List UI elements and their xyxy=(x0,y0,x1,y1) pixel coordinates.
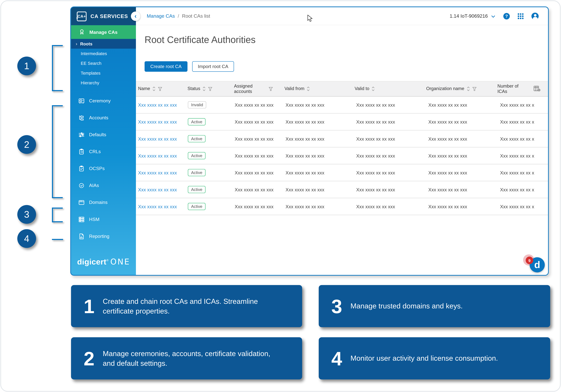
sidebar-item-label: Domains xyxy=(89,200,108,205)
organization-name-cell: Xxx xxxx xx xx xxx xyxy=(426,119,498,124)
annotation-bracket-3 xyxy=(52,208,63,222)
callout-number: 3 xyxy=(328,296,345,316)
app-name: CA SERVICES xyxy=(90,13,128,19)
sort-icon[interactable] xyxy=(307,86,310,91)
ca-name-link[interactable]: Xxx xxxx xx xx xxx xyxy=(138,187,177,192)
sort-icon[interactable] xyxy=(371,86,375,91)
app-window: CA+ CA SERVICES Manage CAs › Roots Inter… xyxy=(70,6,549,276)
filter-funnel-icon[interactable] xyxy=(208,87,213,91)
browser-window-icon xyxy=(78,199,85,205)
assigned-accounts-cell: Xxx xxxx xx xx xxx xyxy=(233,136,283,141)
help-icon[interactable]: ? xyxy=(503,13,510,19)
table-row[interactable]: Xxx xxxx xx xx xxx Active Xxx xxxx xx xx… xyxy=(136,181,548,198)
topbar-right-cluster: 1.14 IoT-9069216 ? xyxy=(450,12,548,20)
ca-name-link[interactable]: Xxx xxxx xx xx xxx xyxy=(138,153,177,158)
ca-name-link[interactable]: Xxx xxxx xx xx xxx xyxy=(138,102,177,107)
valid-from-cell: Xxx xxxx xx xx xxx xyxy=(283,136,354,141)
valid-to-cell: Xxx xxxx xx xx xxx xyxy=(354,119,426,124)
marker-number: 3 xyxy=(24,209,29,220)
table-row[interactable]: Xxx xxxx xx xx xxx Active Xxx xxxx xx xx… xyxy=(136,148,548,164)
column-header-valid-to: Valid to xyxy=(353,86,424,91)
callout-number: 2 xyxy=(80,349,98,368)
sort-icon[interactable] xyxy=(466,86,470,91)
ca-name-link[interactable]: Xxx xxxx xx xx xxx xyxy=(138,119,177,124)
valid-from-cell: Xxx xxxx xx xx xxx xyxy=(283,153,354,158)
callout-card-4: 4 Monitor user activity and license cons… xyxy=(319,337,550,380)
table-header-row: Name Status Assigned accounts Val xyxy=(136,81,548,97)
annotation-marker-1: 1 xyxy=(17,57,36,75)
account-user-icon[interactable] xyxy=(531,12,539,20)
marker-number: 1 xyxy=(24,60,29,72)
sort-icon[interactable] xyxy=(202,86,206,91)
callout-text: Monitor user activity and license consum… xyxy=(350,354,498,363)
callout-card-3: 3 Manage trusted domains and keys. xyxy=(319,285,550,327)
sidebar-item-ceremony[interactable]: Ceremony xyxy=(71,92,136,109)
table-row[interactable]: Xxx xxxx xx xx xxx Active Xxx xxxx xx xx… xyxy=(136,198,548,215)
table-row[interactable]: Xxx xxxx xx xx xxx Active Xxx xxxx xx xx… xyxy=(136,164,548,181)
ca-name-link[interactable]: Xxx xxxx xx xx xxx xyxy=(138,136,177,141)
callout-number: 4 xyxy=(328,349,345,368)
column-label: Valid from xyxy=(284,86,304,91)
sidebar-item-defaults[interactable]: Defaults xyxy=(71,126,136,143)
filter-funnel-icon[interactable] xyxy=(158,87,162,91)
annotation-marker-2: 2 xyxy=(17,135,36,154)
sidebar: CA+ CA SERVICES Manage CAs › Roots Inter… xyxy=(71,7,136,275)
sidebar-collapse-button[interactable]: ‹ xyxy=(131,11,140,21)
sidebar-item-manage-cas[interactable]: Manage CAs xyxy=(71,25,136,39)
valid-from-cell: Xxx xxxx xx xx xxx xyxy=(283,187,354,192)
sidebar-item-label: Defaults xyxy=(89,132,106,137)
table-row[interactable]: Xxx xxxx xx xx xxx Active Xxx xxxx xx xx… xyxy=(136,130,548,148)
valid-from-cell: Xxx xxxx xx xx xxx xyxy=(283,170,354,175)
digicert-one-logo: digicert ® ONE xyxy=(77,257,130,267)
assigned-accounts-cell: Xxx xxxx xx xx xxx xyxy=(233,170,283,175)
valid-to-cell: Xxx xxxx xx xx xxx xyxy=(354,136,426,141)
status-badge: Active xyxy=(188,203,206,210)
sidebar-item-hsm[interactable]: HSM xyxy=(71,211,136,228)
column-label: Valid to xyxy=(355,86,369,91)
breadcrumb-link-manage-cas[interactable]: Manage CAs xyxy=(147,13,175,19)
sidebar-item-intermediates[interactable]: Intermediates xyxy=(71,49,136,58)
ca-name-link[interactable]: Xxx xxxx xx xx xxx xyxy=(138,204,177,209)
sidebar-item-ocsps[interactable]: OCSPs xyxy=(71,160,136,177)
sidebar-item-domains[interactable]: Domains xyxy=(71,194,136,211)
sidebar-item-label: Intermediates xyxy=(81,51,107,56)
sidebar-item-roots[interactable]: › Roots xyxy=(71,39,136,49)
product-version-text: 1.14 IoT-9069216 xyxy=(450,13,488,19)
ca-name-link[interactable]: Xxx xxxx xx xx xxx xyxy=(138,170,177,175)
safe-icon xyxy=(78,97,85,104)
page-title: Root Certificate Authorities xyxy=(144,34,256,45)
sidebar-item-label: CRLs xyxy=(89,149,101,154)
column-header-assigned-accounts: Assigned accounts xyxy=(232,84,282,94)
sidebar-item-label: Templates xyxy=(81,70,100,75)
create-root-ca-button[interactable]: Create root CA xyxy=(144,61,187,72)
sidebar-item-accounts[interactable]: Accounts xyxy=(71,109,136,126)
status-badge: Active xyxy=(188,118,206,125)
import-root-ca-button[interactable]: Import root CA xyxy=(192,61,234,72)
sidebar-item-templates[interactable]: Templates xyxy=(71,68,136,78)
filter-funnel-icon[interactable] xyxy=(269,87,273,91)
apps-grid-icon[interactable] xyxy=(518,13,523,19)
table-row[interactable]: Xxx xxxx xx xx xxx Invalid Xxx xxxx xx x… xyxy=(136,96,548,114)
folder-tree-icon xyxy=(78,115,85,121)
sidebar-item-label: Ceremony xyxy=(89,98,111,103)
digicert-brand-text: digicert xyxy=(77,257,107,267)
sort-icon[interactable] xyxy=(152,86,156,91)
column-header-organization-name: Organization name xyxy=(424,86,495,91)
sidebar-item-hierarchy[interactable]: Hierarchy xyxy=(71,78,136,88)
ca-plus-logo-icon: CA+ xyxy=(77,11,86,21)
product-version-selector[interactable]: 1.14 IoT-9069216 xyxy=(450,13,495,19)
sidebar-item-label: AIAs xyxy=(89,183,99,188)
valid-from-cell: Xxx xxxx xx xx xxx xyxy=(283,102,354,107)
sidebar-item-reporting[interactable]: Reporting xyxy=(71,228,136,245)
sidebar-item-label: Hierarchy xyxy=(81,80,99,85)
sidebar-item-aias[interactable]: AIAs xyxy=(71,177,136,194)
number-of-icas-cell: Xxx xxxx xx xx xxx xyxy=(498,119,534,124)
filter-funnel-icon[interactable] xyxy=(472,87,477,91)
column-header-valid-from: Valid from xyxy=(282,86,353,91)
report-document-icon xyxy=(78,233,85,240)
table-settings-icon[interactable] xyxy=(534,86,541,92)
table-row[interactable]: Xxx xxxx xx xx xxx Active Xxx xxxx xx xx… xyxy=(136,114,548,130)
sidebar-item-crls[interactable]: CRLs xyxy=(71,143,136,160)
sidebar-item-ee-search[interactable]: EE Search xyxy=(71,58,136,68)
valid-to-cell: Xxx xxxx xx xx xxx xyxy=(354,170,426,175)
